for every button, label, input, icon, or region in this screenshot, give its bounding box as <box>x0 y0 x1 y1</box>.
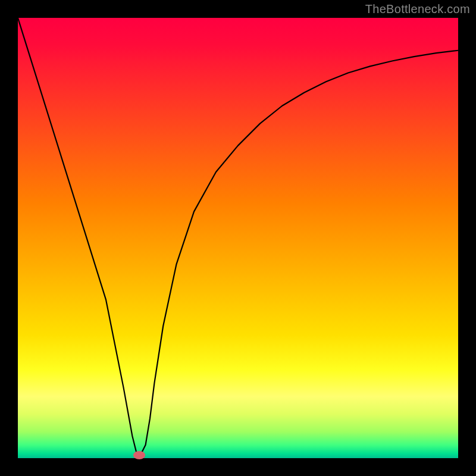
curve-svg <box>18 18 458 458</box>
minimum-marker <box>133 451 145 459</box>
plot-area <box>18 18 458 458</box>
chart-container: TheBottleneck.com <box>0 0 476 476</box>
watermark-text: TheBottleneck.com <box>365 2 470 16</box>
curve-path <box>18 18 458 454</box>
